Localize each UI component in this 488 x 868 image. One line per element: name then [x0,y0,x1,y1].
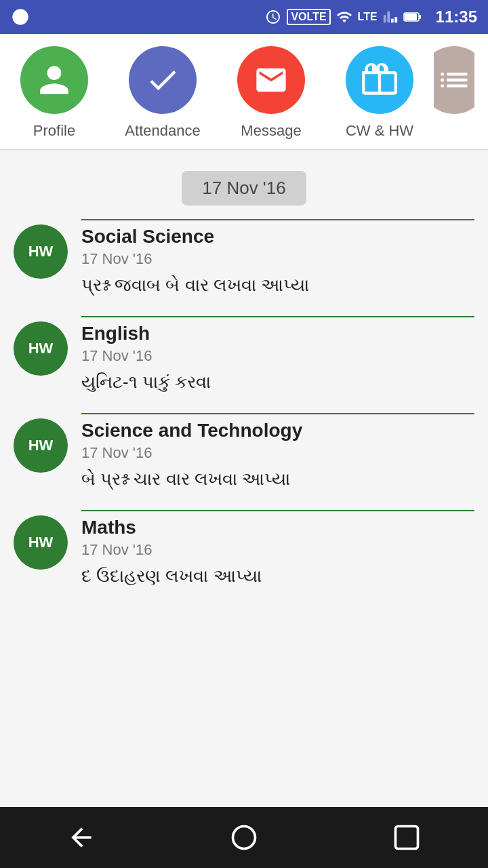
hw-date-2: 17 Nov '16 [81,347,474,365]
status-left-icons [11,7,30,26]
cwhw-icon-circle [346,46,413,114]
svg-rect-2 [419,15,421,19]
hw-date-1: 17 Nov '16 [81,250,474,268]
hw-badge-4: HW [14,515,68,570]
hw-list: HW Social Science 17 Nov '16 પ્રશ્ન જવાબ… [0,219,488,600]
bottom-nav [0,807,488,868]
svg-rect-5 [396,827,418,849]
hw-subject-3: Science and Technology [81,420,474,441]
hw-text-4: દ ઉદાહરણ લખવા આપ્યા [81,566,474,587]
attendance-label: Attendance [125,122,200,140]
date-badge: 17 Nov '16 [182,171,306,205]
nav-item-profile[interactable]: Profile [0,34,108,149]
hw-content-1: Social Science 17 Nov '16 પ્રશ્ન જવાબ બે… [81,219,474,309]
hw-badge-2: HW [14,321,68,376]
hw-item-maths: HW Maths 17 Nov '16 દ ઉદાહરણ લખવા આપ્યા [14,510,474,600]
hw-date-3: 17 Nov '16 [81,444,474,462]
hw-text-3: બે પ્રશ્ન ચાર વાર લખવા આપ્યા [81,469,474,490]
nav-item-message[interactable]: Message [217,34,325,149]
hw-subject-2: English [81,323,474,344]
profile-icon-circle [20,46,88,114]
message-label: Message [241,122,301,140]
svg-rect-3 [405,14,417,20]
volte-badge: VOLTE [287,9,330,25]
attendance-icon-circle [129,46,197,114]
lte-badge: LTE [358,11,378,23]
hw-text-2: યુનિટ-૧ પાકું કરવા [81,372,474,393]
hw-date-4: 17 Nov '16 [81,541,474,559]
svg-point-4 [233,827,256,849]
status-bar: VOLTE LTE 11:35 [0,0,488,34]
hw-item-science: HW Science and Technology 17 Nov '16 બે … [14,413,474,503]
hw-badge-1: HW [14,224,68,279]
date-section: 17 Nov '16 [0,151,488,219]
hw-item-english: HW English 17 Nov '16 યુનિટ-૧ પાકું કરવા [14,316,474,406]
message-icon-circle [237,46,305,114]
hw-content-3: Science and Technology 17 Nov '16 બે પ્ર… [81,413,474,503]
status-right-icons: VOLTE LTE 11:35 [265,7,477,26]
back-button[interactable] [61,817,102,858]
hw-badge-3: HW [14,418,68,473]
status-time: 11:35 [436,7,477,26]
profile-label: Profile [33,122,75,140]
hw-item-social-science: HW Social Science 17 Nov '16 પ્રશ્ન જવાબ… [14,219,474,309]
recents-button[interactable] [386,817,427,858]
plan-icon-circle [434,46,474,114]
main-content: 17 Nov '16 HW Social Science 17 Nov '16 … [0,151,488,675]
nav-item-attendance[interactable]: Attendance [108,34,217,149]
nav-item-plan-partial[interactable] [434,34,474,149]
top-nav: Profile Attendance Message CW & HW [0,34,488,151]
hw-subject-1: Social Science [81,226,474,248]
hw-text-1: પ્રશ્ન જવાબ બે વાર લખવા આપ્યા [81,275,474,296]
cwhw-label: CW & HW [346,122,413,140]
hw-content-4: Maths 17 Nov '16 દ ઉદાહરણ લખવા આપ્યા [81,510,474,600]
nav-item-cwhw[interactable]: CW & HW [325,34,434,149]
svg-point-0 [12,9,28,24]
home-button[interactable] [224,817,264,858]
hw-subject-4: Maths [81,517,474,538]
hw-content-2: English 17 Nov '16 યુનિટ-૧ પાકું કરવા [81,316,474,406]
